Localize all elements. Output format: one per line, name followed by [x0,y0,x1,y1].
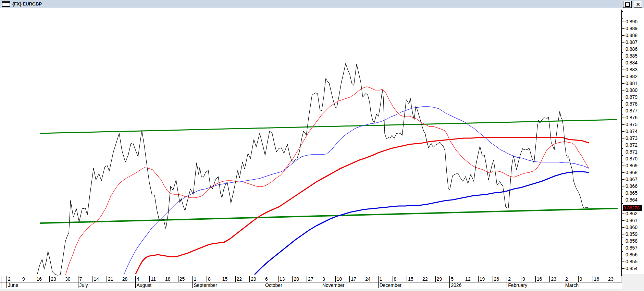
week-cell: 24 [364,276,378,282]
price-axis-label: 0.886 [626,46,644,52]
price-axis-label: 0.854 [626,266,644,271]
price-axis-label: 0.869 [626,163,644,168]
date-axis-months[interactable]: JuneJulyAugustSeptemberOctoberNovemberDe… [0,282,622,288]
price-axis-label: 0.868 [626,170,644,175]
price-axis-label: 0.875 [626,122,644,127]
month-cell: August [135,282,193,288]
bottom-filler-strip [0,289,622,291]
ma-slow-blue [255,172,589,275]
week-cell: 16 [35,276,49,282]
week-cell: 11 [149,276,164,282]
week-cell: 26 [493,276,507,282]
week-cell: 29 [249,276,264,282]
week-cell: 9 [21,276,35,282]
maximize-button[interactable] [623,1,632,8]
upper-trendline [40,120,617,133]
week-cell: 23 [607,276,621,282]
window-title: {FX} EURGBP [12,1,42,7]
close-button[interactable]: ✕ [634,1,642,8]
price-axis-label: 0.881 [626,81,644,86]
price-axis-label: 0.885 [626,53,644,59]
price-axis-label: 0.858 [626,238,644,244]
price-axis-label: 0.864 [626,197,644,203]
month-cell: June [7,282,78,288]
price-axis-label: 0.878 [626,101,644,107]
week-cell: 4 [135,276,150,282]
week-cell: 14 [92,276,107,282]
week-cell: 20 [292,276,307,282]
price-axis-label: 0.859 [626,231,644,237]
week-cell: 7 [78,276,92,282]
week-cell: 1 [378,276,393,282]
price-axis-label: 0.880 [626,87,644,93]
price-axis-label: 0.870 [626,156,644,161]
last-price-badge: 0.86278 [623,205,642,211]
month-cell: March [564,282,621,288]
week-cell: 16 [535,276,550,282]
price-axis-label: 0.883 [626,67,644,72]
price-axis-label: 0.876 [626,115,644,120]
price-axis-label: 0.879 [626,94,644,100]
bottom-right-filler-panel [622,274,644,291]
price-axis-label: 0.887 [626,39,644,45]
price-axis-label: 0.866 [626,183,644,189]
price-axis-label: 0.872 [626,142,644,148]
price-axis-label: 0.857 [626,245,644,251]
price-axis-label: 0.855 [626,259,644,264]
week-cell: 25 [178,276,193,282]
week-cell: 2 [507,276,521,282]
week-cell: 30 [621,276,622,282]
window-system-menu-icon[interactable] [2,1,10,7]
week-cell: 15 [221,276,235,282]
week-cell: 27 [307,276,321,282]
week-cell: 5 [449,276,464,282]
week-cell: 28 [121,276,135,282]
month-cell: December [378,282,450,288]
price-axis-label: 0.860 [626,225,644,230]
week-cell: 10 [335,276,350,282]
week-cell: 29 [435,276,450,282]
date-axis-weeks[interactable]: 2916233071421284111825181522296132027310… [0,276,622,282]
price-axis-label: 0.889 [626,26,644,31]
week-cell: 9 [578,276,593,282]
price-axis-label: 0.882 [626,74,644,79]
week-cell: 18 [164,276,178,282]
week-cell: 9 [521,276,535,282]
price-line [37,63,589,275]
week-cell: 19 [478,276,493,282]
lower-trendline [40,208,618,223]
month-cell: October [264,282,321,288]
price-axis-label: 0.877 [626,108,644,113]
price-axis-label: 0.884 [626,60,644,65]
week-cell: 23 [549,276,564,282]
week-cell: 8 [207,276,221,282]
maximize-icon [625,2,630,7]
chart-window: {FX} EURGBP ✕ 0.8900.8890.8880.8870.8860… [0,0,644,291]
month-cell-partial [1,282,7,288]
week-cell: 30 [64,276,78,282]
week-cell: 3 [321,276,335,282]
price-axis-label: 0.861 [626,218,644,223]
price-axis-label: 0.888 [626,33,644,38]
close-icon: ✕ [636,2,640,7]
week-cell: 8 [393,276,407,282]
week-cell: 6 [264,276,278,282]
chart-canvas[interactable] [0,0,644,291]
week-cell: 13 [278,276,293,282]
price-axis-label: 0.874 [626,129,644,134]
title-bar[interactable]: {FX} EURGBP ✕ [0,0,644,8]
price-axis-label: 0.867 [626,177,644,182]
week-cell: 2 [7,276,21,282]
month-cell: 2026 [449,282,507,288]
week-cell: 2 [564,276,578,282]
week-cell: 23 [49,276,64,282]
month-cell: February [507,282,564,288]
week-cell: 17 [349,276,364,282]
price-axis-label: 0.890 [626,19,644,24]
titlebar-buttons: ✕ [623,1,642,8]
month-cell: November [321,282,378,288]
price-axis-label: 0.865 [626,190,644,196]
price-axis-label: 0.862 [626,211,644,216]
month-cell: July [78,282,135,288]
week-cell: 15 [407,276,421,282]
